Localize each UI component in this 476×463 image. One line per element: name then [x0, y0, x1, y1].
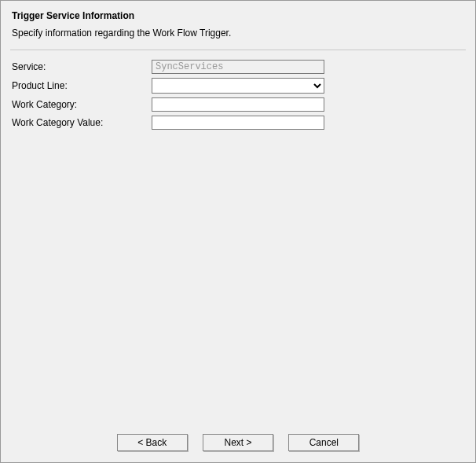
row-work-category-value: Work Category Value: [10, 116, 466, 130]
label-product-line: Product Line: [10, 80, 152, 91]
button-bar: < Back Next > Cancel [1, 434, 475, 451]
row-service: Service: SyncServices [10, 60, 466, 74]
separator [10, 50, 466, 50]
row-product-line: Product Line: [10, 78, 466, 94]
label-work-category-value: Work Category Value: [10, 117, 152, 128]
cancel-button[interactable]: Cancel [288, 434, 359, 451]
back-button[interactable]: < Back [117, 434, 188, 451]
row-work-category: Work Category: [10, 97, 466, 112]
next-button[interactable]: Next > [203, 434, 273, 451]
service-field: SyncServices [152, 60, 324, 74]
work-category-value-input[interactable] [152, 116, 324, 130]
page-subtitle: Specify information regarding the Work F… [12, 28, 466, 39]
product-line-select[interactable] [152, 78, 324, 94]
trigger-service-dialog: Trigger Service Information Specify info… [0, 0, 476, 463]
label-work-category: Work Category: [10, 99, 152, 110]
label-service: Service: [10, 61, 152, 72]
page-title: Trigger Service Information [12, 10, 466, 21]
work-category-input[interactable] [152, 97, 324, 112]
form: Service: SyncServices Product Line: Work… [10, 60, 466, 130]
